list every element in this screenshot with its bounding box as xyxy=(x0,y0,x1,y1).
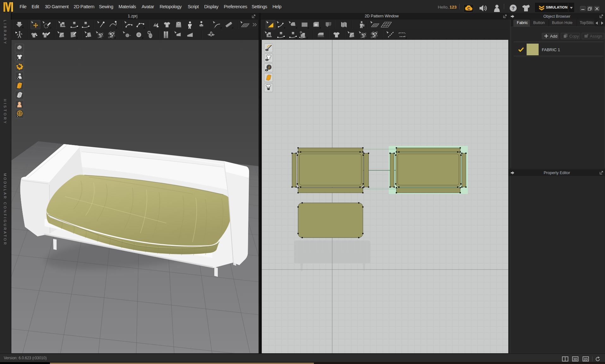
svg-text:?: ? xyxy=(512,5,515,11)
svg-text:C: C xyxy=(468,6,470,11)
svg-text:2D: 2D xyxy=(584,358,588,361)
svg-text:3D: 3D xyxy=(573,358,578,361)
